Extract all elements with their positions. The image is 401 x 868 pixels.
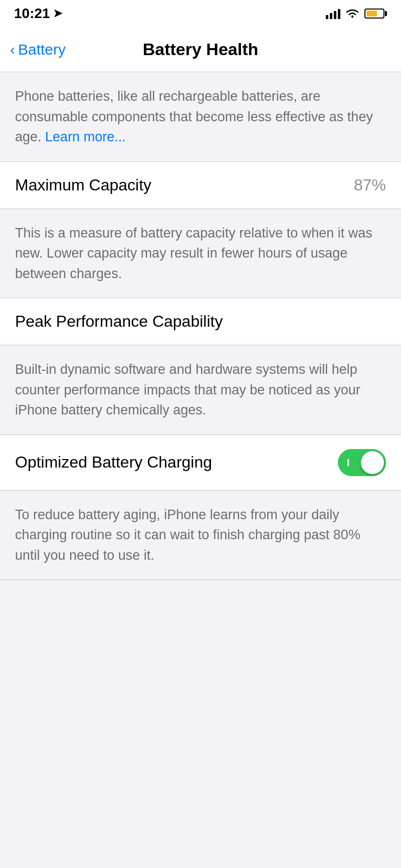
intro-description: Phone batteries, like all rechargeable b… [15, 89, 373, 144]
learn-more-link[interactable]: Learn more... [45, 129, 126, 144]
back-label: Battery [18, 41, 66, 58]
signal-bar-2 [330, 13, 332, 19]
optimized-charging-row: Optimized Battery Charging I [0, 435, 401, 491]
signal-bar-1 [326, 15, 328, 19]
maximum-capacity-value: 87% [354, 176, 386, 194]
svg-point-0 [351, 16, 353, 18]
content-area: Phone batteries, like all rechargeable b… [0, 72, 401, 868]
peak-performance-section: Peak Performance Capability [0, 298, 401, 345]
optimized-charging-description: To reduce battery aging, iPhone learns f… [15, 507, 360, 563]
peak-performance-label: Peak Performance Capability [15, 312, 223, 330]
optimized-charging-label: Optimized Battery Charging [15, 453, 212, 472]
signal-bar-4 [338, 9, 340, 19]
signal-bar-3 [334, 11, 336, 19]
battery-body [364, 9, 384, 19]
peak-performance-description-section: Built-in dynamic software and hardware s… [0, 345, 401, 435]
nav-bar: ‹ Battery Battery Health [0, 27, 401, 72]
toggle-knob [361, 451, 384, 474]
maximum-capacity-label: Maximum Capacity [15, 176, 151, 194]
time-display: 10:21 [14, 6, 50, 22]
page-title: Battery Health [143, 40, 259, 59]
intro-section: Phone batteries, like all rechargeable b… [0, 72, 401, 162]
optimized-charging-toggle[interactable]: I [338, 449, 386, 476]
chevron-left-icon: ‹ [10, 42, 15, 57]
battery-tip [385, 11, 387, 16]
battery-icon [364, 9, 387, 19]
maximum-capacity-description-section: This is a measure of battery capacity re… [0, 209, 401, 299]
battery-fill [366, 11, 377, 17]
status-icons [326, 8, 387, 19]
peak-performance-description: Built-in dynamic software and hardware s… [15, 362, 360, 417]
status-time: 10:21 ➤ [14, 6, 62, 22]
wifi-icon [345, 8, 359, 19]
optimized-charging-description-section: To reduce battery aging, iPhone learns f… [0, 491, 401, 580]
maximum-capacity-row: Maximum Capacity 87% [0, 162, 401, 209]
maximum-capacity-description: This is a measure of battery capacity re… [15, 226, 372, 281]
footer-area [0, 580, 401, 868]
signal-bars-icon [326, 8, 340, 19]
status-bar: 10:21 ➤ [0, 0, 401, 27]
back-button[interactable]: ‹ Battery [10, 41, 66, 58]
location-icon: ➤ [53, 7, 62, 20]
toggle-on-icon: I [347, 458, 350, 468]
